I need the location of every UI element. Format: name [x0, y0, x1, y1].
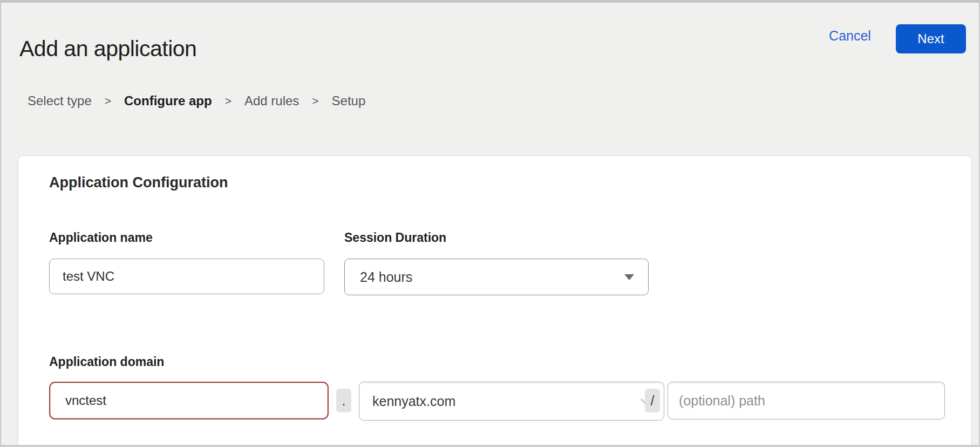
slash-separator-chip: / [645, 389, 660, 412]
breadcrumb: Select type > Configure app > Add rules … [28, 93, 365, 109]
breadcrumb-step-setup[interactable]: Setup [332, 93, 366, 109]
application-domain-label: Application domain [49, 355, 164, 369]
card-heading: Application Configuration [49, 174, 228, 191]
session-duration-label: Session Duration [344, 231, 446, 245]
next-button[interactable]: Next [896, 24, 966, 53]
session-duration-value: 24 hours [360, 269, 624, 285]
domain-select[interactable]: kennyatx.com [359, 382, 664, 421]
breadcrumb-step-select-type[interactable]: Select type [28, 93, 92, 109]
session-duration-select[interactable]: 24 hours [344, 259, 649, 295]
breadcrumb-separator: > [225, 94, 232, 107]
breadcrumb-step-configure-app[interactable]: Configure app [124, 93, 212, 109]
domain-select-value: kennyatx.com [372, 394, 642, 409]
breadcrumb-separator: > [312, 94, 318, 107]
application-configuration-card: Application Configuration Application na… [18, 155, 972, 447]
breadcrumb-separator: > [105, 94, 111, 107]
path-input[interactable] [668, 382, 945, 419]
application-name-label: Application name [49, 231, 153, 245]
breadcrumb-step-add-rules[interactable]: Add rules [244, 93, 299, 109]
dot-separator-chip: . [336, 389, 351, 412]
cancel-button[interactable]: Cancel [824, 28, 876, 44]
subdomain-input[interactable] [49, 382, 329, 419]
caret-down-icon [624, 274, 634, 280]
page-title: Add an application [19, 36, 196, 62]
application-name-input[interactable] [49, 259, 324, 294]
